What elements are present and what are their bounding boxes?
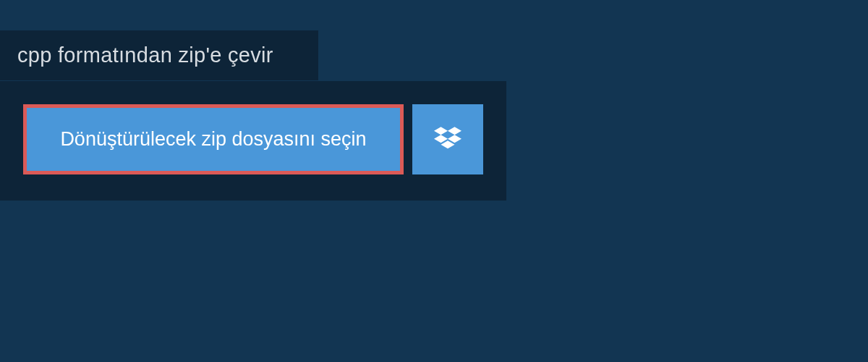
select-file-button[interactable]: Dönüştürülecek zip dosyasını seçin [23, 104, 404, 174]
select-file-label: Dönüştürülecek zip dosyasını seçin [60, 128, 366, 151]
page-title: cpp formatından zip'e çevir [17, 43, 273, 67]
upload-panel: Dönüştürülecek zip dosyasını seçin [0, 81, 506, 201]
dropbox-button[interactable] [412, 104, 483, 174]
dropbox-icon [434, 125, 461, 155]
tab-header: cpp formatından zip'e çevir [0, 30, 318, 80]
button-row: Dönüştürülecek zip dosyasını seçin [23, 104, 483, 174]
